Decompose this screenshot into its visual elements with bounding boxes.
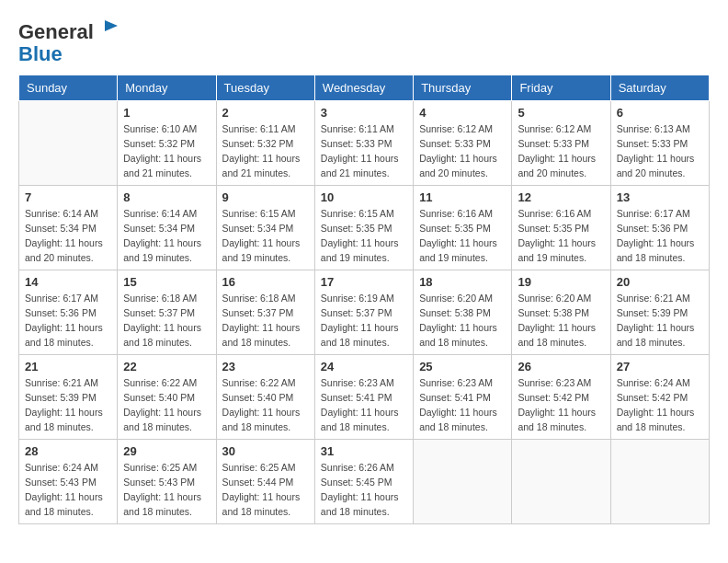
day-info-line: Sunset: 5:42 PM xyxy=(518,392,589,403)
day-info-line: Daylight: 11 hours xyxy=(222,322,301,333)
calendar-cell: 22Sunrise: 6:22 AMSunset: 5:40 PMDayligh… xyxy=(118,355,216,440)
day-info-line: Sunrise: 6:17 AM xyxy=(25,293,98,304)
day-info: Sunrise: 6:11 AMSunset: 5:32 PMDaylight:… xyxy=(222,122,309,180)
day-info: Sunrise: 6:25 AMSunset: 5:44 PMDaylight:… xyxy=(222,461,309,519)
calendar-cell: 28Sunrise: 6:24 AMSunset: 5:43 PMDayligh… xyxy=(19,440,118,524)
day-info-line: and 18 minutes. xyxy=(518,421,586,432)
day-info: Sunrise: 6:14 AMSunset: 5:34 PMDaylight:… xyxy=(25,207,111,265)
calendar-cell: 5Sunrise: 6:12 AMSunset: 5:33 PMDaylight… xyxy=(512,101,610,186)
day-number: 31 xyxy=(321,444,407,458)
day-number: 23 xyxy=(222,360,309,373)
day-info-line: Sunrise: 6:20 AM xyxy=(518,293,591,304)
day-info-line: Sunset: 5:33 PM xyxy=(419,138,491,149)
day-info-line: Sunrise: 6:23 AM xyxy=(321,377,394,388)
day-info-line: and 18 minutes. xyxy=(222,421,291,432)
weekday-friday: Friday xyxy=(512,75,610,101)
day-info-line: Daylight: 11 hours xyxy=(321,407,399,418)
day-info-line: Sunset: 5:42 PM xyxy=(617,392,688,403)
day-info: Sunrise: 6:10 AMSunset: 5:32 PMDaylight:… xyxy=(123,122,210,180)
day-info-line: Sunrise: 6:11 AM xyxy=(321,123,394,134)
day-info-line: and 18 minutes. xyxy=(321,506,390,517)
calendar-week-4: 21Sunrise: 6:21 AMSunset: 5:39 PMDayligh… xyxy=(19,355,710,440)
day-info-line: Daylight: 11 hours xyxy=(123,237,201,248)
day-info-line: and 18 minutes. xyxy=(617,421,686,432)
day-info: Sunrise: 6:11 AMSunset: 5:33 PMDaylight:… xyxy=(321,122,407,180)
day-info-line: Daylight: 11 hours xyxy=(25,491,103,502)
day-info: Sunrise: 6:17 AMSunset: 5:36 PMDaylight:… xyxy=(617,207,703,265)
day-number: 2 xyxy=(222,106,309,120)
day-info: Sunrise: 6:24 AMSunset: 5:43 PMDaylight:… xyxy=(25,461,111,519)
day-number: 3 xyxy=(321,106,407,120)
day-info-line: and 18 minutes. xyxy=(321,421,390,432)
day-info-line: Daylight: 11 hours xyxy=(25,322,103,333)
day-number: 14 xyxy=(25,275,111,289)
day-info-line: Sunset: 5:41 PM xyxy=(321,392,392,403)
day-info-line: Sunset: 5:35 PM xyxy=(518,223,589,234)
calendar-cell: 11Sunrise: 6:16 AMSunset: 5:35 PMDayligh… xyxy=(414,186,512,270)
day-number: 22 xyxy=(123,360,210,373)
day-info-line: Sunset: 5:35 PM xyxy=(419,223,491,234)
day-info: Sunrise: 6:16 AMSunset: 5:35 PMDaylight:… xyxy=(419,207,506,265)
day-info-line: Sunrise: 6:22 AM xyxy=(123,377,197,388)
logo-bird-icon xyxy=(101,18,118,39)
day-info-line: Sunrise: 6:26 AM xyxy=(321,462,394,473)
calendar-week-3: 14Sunrise: 6:17 AMSunset: 5:36 PMDayligh… xyxy=(19,270,710,355)
day-info-line: Sunset: 5:37 PM xyxy=(222,307,294,318)
day-number: 30 xyxy=(222,444,309,458)
calendar-week-2: 7Sunrise: 6:14 AMSunset: 5:34 PMDaylight… xyxy=(19,186,710,270)
day-info-line: Sunrise: 6:25 AM xyxy=(222,462,296,473)
day-info-line: Sunset: 5:43 PM xyxy=(25,477,97,488)
calendar-cell: 19Sunrise: 6:20 AMSunset: 5:38 PMDayligh… xyxy=(512,270,610,355)
day-info-line: Sunset: 5:43 PM xyxy=(123,477,195,488)
day-info-line: Sunset: 5:34 PM xyxy=(25,223,97,234)
calendar-cell: 14Sunrise: 6:17 AMSunset: 5:36 PMDayligh… xyxy=(19,270,118,355)
day-info: Sunrise: 6:20 AMSunset: 5:38 PMDaylight:… xyxy=(518,292,604,350)
calendar-cell: 20Sunrise: 6:21 AMSunset: 5:39 PMDayligh… xyxy=(610,270,709,355)
calendar-cell: 6Sunrise: 6:13 AMSunset: 5:33 PMDaylight… xyxy=(610,101,709,186)
day-number: 27 xyxy=(617,360,703,373)
day-info: Sunrise: 6:17 AMSunset: 5:36 PMDaylight:… xyxy=(25,292,111,350)
weekday-thursday: Thursday xyxy=(414,75,512,101)
day-info-line: and 21 minutes. xyxy=(222,167,291,178)
day-number: 5 xyxy=(518,106,604,120)
day-info-line: Sunset: 5:34 PM xyxy=(123,223,195,234)
day-info-line: and 19 minutes. xyxy=(123,252,192,263)
day-info: Sunrise: 6:26 AMSunset: 5:45 PMDaylight:… xyxy=(321,461,407,519)
day-number: 7 xyxy=(25,190,111,204)
day-info: Sunrise: 6:21 AMSunset: 5:39 PMDaylight:… xyxy=(617,292,703,350)
day-info: Sunrise: 6:12 AMSunset: 5:33 PMDaylight:… xyxy=(518,122,604,180)
day-info-line: Sunset: 5:37 PM xyxy=(123,307,195,318)
day-info: Sunrise: 6:23 AMSunset: 5:42 PMDaylight:… xyxy=(518,376,604,434)
calendar-cell: 12Sunrise: 6:16 AMSunset: 5:35 PMDayligh… xyxy=(512,186,610,270)
day-info-line: Sunrise: 6:12 AM xyxy=(518,123,591,134)
day-info-line: Sunrise: 6:23 AM xyxy=(419,377,493,388)
calendar-week-1: 1Sunrise: 6:10 AMSunset: 5:32 PMDaylight… xyxy=(19,101,710,186)
day-number: 12 xyxy=(518,190,604,204)
day-info-line: Daylight: 11 hours xyxy=(123,322,201,333)
day-info-line: Daylight: 11 hours xyxy=(419,322,497,333)
day-info: Sunrise: 6:25 AMSunset: 5:43 PMDaylight:… xyxy=(123,461,210,519)
weekday-sunday: Sunday xyxy=(19,75,118,101)
calendar-cell: 17Sunrise: 6:19 AMSunset: 5:37 PMDayligh… xyxy=(314,270,413,355)
day-number: 18 xyxy=(419,275,506,289)
day-info-line: Sunrise: 6:13 AM xyxy=(617,123,690,134)
day-info: Sunrise: 6:18 AMSunset: 5:37 PMDaylight:… xyxy=(222,292,309,350)
day-info: Sunrise: 6:16 AMSunset: 5:35 PMDaylight:… xyxy=(518,207,604,265)
calendar-cell: 27Sunrise: 6:24 AMSunset: 5:42 PMDayligh… xyxy=(610,355,709,440)
day-info: Sunrise: 6:13 AMSunset: 5:33 PMDaylight:… xyxy=(617,122,703,180)
logo: General Blue xyxy=(18,18,118,65)
day-number: 15 xyxy=(123,275,210,289)
day-info-line: and 18 minutes. xyxy=(25,421,94,432)
day-info-line: and 18 minutes. xyxy=(123,421,192,432)
day-info-line: Sunset: 5:45 PM xyxy=(321,477,392,488)
day-info-line: Daylight: 11 hours xyxy=(617,407,695,418)
day-info-line: Daylight: 11 hours xyxy=(321,491,399,502)
day-info-line: Daylight: 11 hours xyxy=(123,153,201,164)
day-info-line: and 18 minutes. xyxy=(222,337,291,348)
day-info-line: Sunrise: 6:15 AM xyxy=(222,208,296,219)
day-info-line: Daylight: 11 hours xyxy=(25,237,103,248)
day-info-line: and 20 minutes. xyxy=(419,167,488,178)
day-info-line: Sunrise: 6:23 AM xyxy=(518,377,591,388)
day-info-line: and 19 minutes. xyxy=(518,252,586,263)
calendar-cell: 24Sunrise: 6:23 AMSunset: 5:41 PMDayligh… xyxy=(314,355,413,440)
